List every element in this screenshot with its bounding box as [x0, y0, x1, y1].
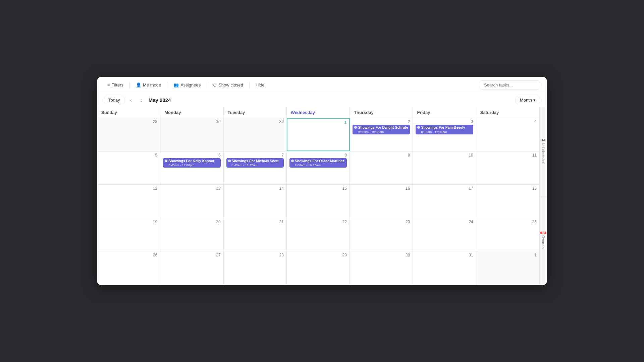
unscheduled-label: Unscheduled [541, 143, 545, 164]
side-panel: 3 Unscheduled 0 Overdue [539, 107, 547, 285]
day-cell[interactable]: 12 [97, 185, 160, 218]
day-cell[interactable]: 10 [413, 152, 476, 185]
search-input[interactable] [480, 80, 540, 89]
calendar-event[interactable]: Showings For Oscar Martinez9:00am - 10:1… [289, 158, 347, 168]
day-number: 28 [100, 119, 157, 124]
event-time: 9:00am - 10:30am [358, 130, 408, 134]
day-cell[interactable]: 28 [97, 118, 160, 151]
calendar-grid: 28293012Showings For Dwight Schrute9:00a… [97, 118, 539, 285]
day-number: 21 [226, 220, 284, 224]
event-content: Showings For Pam Beesly8:00am - 12:00pm [421, 125, 465, 134]
toolbar: ≡ Filters 👤 Me mode 👥 Assignees ⊙ Show c… [97, 77, 547, 93]
today-button[interactable]: Today [104, 96, 124, 104]
me-mode-label: Me mode [143, 82, 161, 87]
day-number: 5 [100, 153, 157, 158]
overdue-panel[interactable]: 0 Overdue [540, 196, 547, 285]
day-cell[interactable]: 26 [97, 251, 160, 285]
day-number: 8 [289, 153, 347, 158]
day-number: 24 [416, 220, 473, 224]
hide-label: Hide [256, 82, 265, 87]
event-dot [417, 126, 420, 129]
event-title: Showings For Kelly Kapoor [168, 159, 214, 164]
day-number: 7 [226, 153, 284, 158]
day-cell[interactable]: 11 [476, 152, 539, 185]
day-header-thursday: Thursday [350, 107, 413, 118]
calendar-event[interactable]: Showings For Michael Scott8:45am - 11:45… [226, 158, 284, 168]
next-month-button[interactable]: › [138, 96, 146, 104]
day-cell[interactable]: 20 [160, 218, 223, 251]
calendar-main: SundayMondayTuesdayWednesdayThursdayFrid… [97, 107, 547, 285]
day-cell[interactable]: 31 [413, 251, 476, 285]
me-mode-icon: 👤 [136, 82, 141, 87]
hide-button[interactable]: Hide [252, 81, 268, 89]
show-closed-button[interactable]: ⊙ Show closed [210, 81, 247, 89]
day-cell[interactable]: 7Showings For Michael Scott8:45am - 11:4… [224, 152, 287, 185]
day-cell[interactable]: 27 [160, 251, 223, 285]
day-cell[interactable]: 8Showings For Oscar Martinez9:00am - 10:… [287, 152, 350, 185]
day-number: 2 [353, 119, 410, 124]
day-number: 1 [290, 120, 346, 125]
event-title: Showings For Dwight Schrute [358, 125, 408, 130]
day-cell[interactable]: 5 [97, 152, 160, 185]
divider-3 [207, 82, 207, 88]
day-cell[interactable]: 2Showings For Dwight Schrute9:00am - 10:… [350, 118, 413, 151]
day-number: 17 [416, 186, 473, 191]
day-cell[interactable]: 29 [160, 118, 223, 151]
day-cell[interactable]: 29 [287, 251, 350, 285]
day-cell[interactable]: 25 [476, 218, 539, 251]
day-number: 10 [416, 153, 473, 158]
day-number: 22 [289, 220, 347, 224]
day-number: 29 [289, 253, 347, 257]
day-cell[interactable]: 22 [287, 218, 350, 251]
day-cell[interactable]: 15 [287, 185, 350, 218]
prev-month-button[interactable]: ‹ [127, 96, 135, 104]
day-cell[interactable]: 4 [476, 118, 539, 151]
me-mode-button[interactable]: 👤 Me mode [132, 81, 164, 89]
day-cell[interactable]: 9 [350, 152, 413, 185]
event-time: 8:45am - 12:00pm [168, 163, 214, 167]
day-cell[interactable]: 30 [350, 251, 413, 285]
event-time: 8:45am - 11:45am [232, 163, 279, 167]
day-cell[interactable]: 28 [224, 251, 287, 285]
day-number: 23 [353, 220, 410, 224]
day-cell[interactable]: 30 [224, 118, 287, 151]
day-cell[interactable]: 16 [350, 185, 413, 218]
day-cell[interactable]: 13 [160, 185, 223, 218]
day-number: 12 [100, 186, 157, 191]
show-closed-label: Show closed [218, 82, 243, 87]
grid-row: 19202122232425 [97, 218, 539, 252]
day-cell[interactable]: 17 [413, 185, 476, 218]
day-number: 1 [479, 253, 537, 257]
calendar-event[interactable]: Showings For Dwight Schrute9:00am - 10:3… [353, 125, 410, 134]
calendar-event[interactable]: Showings For Pam Beesly8:00am - 12:00pm [416, 125, 473, 134]
day-cell[interactable]: 14 [224, 185, 287, 218]
day-number: 6 [163, 153, 220, 158]
day-cell[interactable]: 3Showings For Pam Beesly8:00am - 12:00pm [413, 118, 476, 151]
grid-row: 28293012Showings For Dwight Schrute9:00a… [97, 118, 539, 152]
day-cell[interactable]: 1 [476, 251, 539, 285]
day-cell[interactable]: 19 [97, 218, 160, 251]
day-number: 15 [289, 186, 347, 191]
grid-row: 2627282930311 [97, 251, 539, 285]
event-title: Showings For Pam Beesly [421, 125, 465, 130]
assignees-icon: 👥 [173, 82, 179, 87]
day-cell[interactable]: 6Showings For Kelly Kapoor8:45am - 12:00… [160, 152, 223, 185]
assignees-button[interactable]: 👥 Assignees [170, 81, 204, 89]
day-number: 14 [226, 186, 284, 191]
day-headers: SundayMondayTuesdayWednesdayThursdayFrid… [97, 107, 539, 118]
day-cell[interactable]: 23 [350, 218, 413, 251]
calendar-event[interactable]: Showings For Kelly Kapoor8:45am - 12:00p… [163, 158, 220, 168]
unscheduled-panel[interactable]: 3 Unscheduled [540, 107, 547, 196]
day-number: 11 [479, 153, 537, 158]
day-cell[interactable]: 18 [476, 185, 539, 218]
filters-label: Filters [112, 82, 123, 87]
day-cell[interactable]: 24 [413, 218, 476, 251]
filters-button[interactable]: ≡ Filters [104, 81, 127, 89]
month-view-button[interactable]: Month ▾ [516, 96, 540, 104]
day-number: 29 [163, 119, 220, 124]
day-cell[interactable]: 21 [224, 218, 287, 251]
divider-4 [249, 82, 250, 88]
calendar-content: SundayMondayTuesdayWednesdayThursdayFrid… [97, 107, 539, 285]
event-time: 8:00am - 12:00pm [421, 130, 465, 134]
day-cell[interactable]: 1 [287, 118, 350, 151]
